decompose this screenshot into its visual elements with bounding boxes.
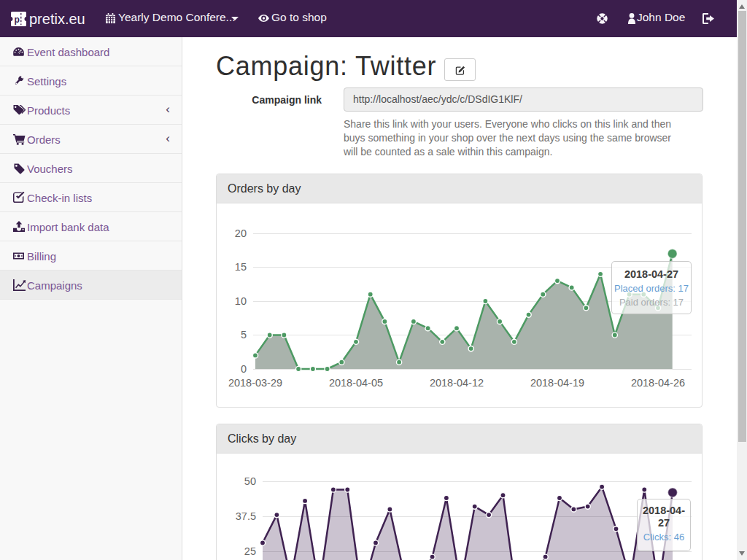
svg-text:5: 5 (241, 329, 247, 341)
svg-text:25: 25 (244, 545, 256, 557)
svg-text:p: p (15, 15, 20, 25)
svg-text:0: 0 (241, 363, 247, 375)
svg-text:2018-04-12: 2018-04-12 (430, 377, 484, 389)
svg-text:2018-04-19: 2018-04-19 (530, 377, 584, 389)
svg-text:15: 15 (235, 261, 247, 273)
svg-text:2018-03-29: 2018-03-29 (228, 377, 282, 389)
svg-text:10: 10 (235, 295, 247, 307)
svg-text:50: 50 (244, 475, 256, 487)
svg-text:37.5: 37.5 (236, 510, 256, 522)
svg-text:2018-04-26: 2018-04-26 (631, 377, 685, 389)
svg-text:20: 20 (235, 228, 247, 239)
svg-text:2018-04-05: 2018-04-05 (329, 377, 383, 389)
